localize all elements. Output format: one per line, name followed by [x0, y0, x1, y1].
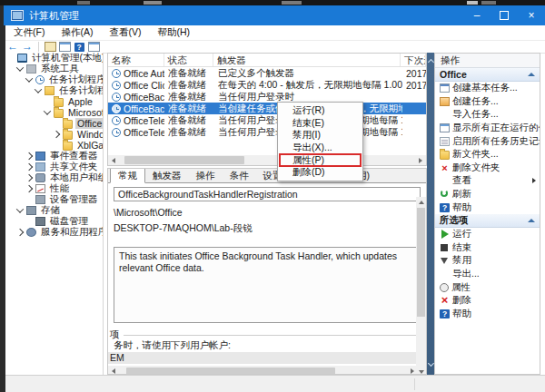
task-list-hscrollbar[interactable] [108, 155, 426, 165]
action-item-label: 启用所有任务历史记录 [452, 135, 540, 148]
account-value-row[interactable]: EM [108, 352, 421, 364]
action-item[interactable]: 导出... [435, 268, 540, 281]
context-menu-item[interactable]: 运行(R) [278, 104, 362, 117]
action-item-label: 禁用 [452, 254, 471, 267]
action-item[interactable]: 显示所有正在运行的任务 [435, 122, 540, 135]
hscroll-thumb[interactable] [124, 156, 244, 164]
tree-expander-icon[interactable] [25, 74, 33, 82]
action-item[interactable]: 创建基本任务... [435, 82, 540, 95]
tree-expander-icon[interactable] [16, 205, 24, 212]
action-item[interactable]: 禁用 [435, 254, 540, 268]
tree-item[interactable]: 任务计划程序库 [5, 85, 103, 96]
back-button[interactable]: ← [5, 41, 20, 53]
menubar-item[interactable]: 操作(A) [53, 26, 101, 39]
task-row[interactable]: OfficeTele...准备就绪当任何用户登录时 - 触发后，无限期地每隔 1… [108, 114, 426, 126]
context-menu-item[interactable]: 删除(D) [278, 166, 362, 179]
tree-expander-icon[interactable] [16, 229, 24, 236]
tree-item[interactable]: Office [5, 118, 103, 129]
action-item[interactable]: 启用所有任务历史记录 [435, 134, 540, 148]
tree-expander-icon[interactable] [44, 107, 51, 114]
scroll-left-icon [112, 368, 115, 374]
tree-item[interactable]: Microsoft [5, 107, 103, 118]
column-header[interactable]: 下次运... [401, 54, 426, 66]
maximize-button[interactable] [490, 5, 518, 25]
tree-expander-icon[interactable] [25, 185, 33, 192]
section-header-label: Office [440, 69, 467, 80]
column-header[interactable]: 状态 [164, 54, 214, 66]
task-row[interactable]: OfficeBack...准备就绪当任何用户登录时 [108, 91, 426, 103]
tree-expander-icon[interactable] [35, 85, 42, 93]
tab-inactive[interactable]: 触发器 [145, 169, 189, 182]
minimize-button[interactable]: – [463, 5, 490, 25]
tree-expander-icon[interactable] [16, 64, 24, 71]
column-header[interactable]: 名称 [108, 54, 164, 66]
help-button[interactable]: ? [72, 41, 86, 53]
context-menu-item[interactable]: 禁用(I) [278, 129, 362, 142]
task-row[interactable]: Office Auto...准备就绪已定义多个触发器2017/6... [108, 67, 426, 79]
tab-active[interactable]: 常规 [110, 168, 145, 183]
detail-hscrollbar[interactable] [108, 366, 418, 375]
action-item[interactable]: 刷新 [435, 188, 540, 201]
show-console-tree-button[interactable] [43, 41, 57, 53]
clock-icon [112, 69, 121, 78]
actions-section-header[interactable]: Office [435, 68, 540, 82]
context-menu-item[interactable]: 导出(X)... [278, 142, 362, 154]
vscroll-thumb[interactable] [417, 208, 425, 317]
pane-divider-scrollbar[interactable] [427, 53, 434, 375]
tree-item[interactable]: Windows [5, 129, 103, 140]
detail-vscrollbar[interactable] [416, 197, 426, 375]
column-header[interactable]: 触发器 [213, 54, 401, 66]
tree-expander-icon[interactable] [25, 163, 33, 171]
hscroll-thumb[interactable] [126, 368, 335, 376]
task-row[interactable]: Office Click...准备就绪在每天的 4:00 - 触发后，无限期地每… [108, 79, 426, 91]
action-item[interactable]: 创建任务... [435, 95, 540, 109]
task-row[interactable]: OfficeBack...准备就绪当创建任务或修改任务时 - 触发后，无限期地每… [108, 103, 426, 114]
collapse-caret-icon[interactable] [528, 219, 535, 222]
action-item[interactable]: 结束 [435, 241, 540, 255]
status-bar [5, 375, 545, 392]
task-name: OfficeBack... [124, 103, 164, 114]
storage-icon [26, 206, 36, 215]
properties-button[interactable] [57, 41, 72, 53]
action-item[interactable]: ?帮助 [435, 308, 540, 321]
tree-expander-icon[interactable] [25, 152, 33, 160]
collapse-caret-icon[interactable] [528, 73, 535, 76]
clock-icon [112, 93, 121, 102]
back-icon: ← [7, 41, 18, 53]
close-button[interactable]: × [518, 5, 545, 25]
disk-icon [35, 217, 45, 226]
task-description-box[interactable]: This task initiates Office Background Ta… [114, 247, 421, 323]
action-item[interactable]: 新文件夹... [435, 148, 540, 162]
context-menu-item[interactable]: 属性(P) [278, 154, 362, 167]
tree-item[interactable]: Apple [5, 96, 103, 107]
action-item[interactable]: 导入任务... [435, 108, 540, 122]
scroll-left-button[interactable] [108, 155, 119, 165]
scroll-right-button[interactable] [415, 155, 426, 165]
scroll-left-button[interactable] [108, 367, 119, 376]
tab-inactive[interactable]: 操作 [189, 169, 223, 182]
action-item[interactable]: ×删除文件夹 [435, 162, 540, 175]
forward-button[interactable]: → [20, 41, 35, 53]
show-action-pane-button[interactable] [86, 41, 101, 53]
context-menu-item[interactable]: 结束(E) [278, 117, 362, 130]
tree-expander-icon[interactable] [25, 174, 33, 181]
scroll-right-button[interactable] [407, 367, 418, 376]
task-row[interactable]: OfficeTele...准备就绪当任何用户登录时 - 触发后，无限期地每隔 1… [108, 126, 426, 138]
action-item[interactable]: 属性 [435, 280, 540, 294]
task-name: OfficeTele... [124, 115, 164, 126]
tab-inactive[interactable]: 条件 [223, 169, 256, 182]
action-item[interactable]: 查看 [435, 174, 540, 188]
task-name-field[interactable]: OfficeBackgroundTaskHandlerRegistration [114, 187, 421, 201]
menubar-item[interactable]: 文件(F) [5, 26, 53, 39]
action-item[interactable]: ×删除 [435, 294, 540, 308]
action-item[interactable]: 运行 [435, 228, 540, 241]
action-item-label: 创建基本任务... [452, 82, 518, 94]
actions-section-header[interactable]: 所选项 [435, 214, 540, 228]
tree-item[interactable]: 服务和应用程序 [5, 227, 103, 238]
menubar-item[interactable]: 帮助(H) [149, 26, 198, 39]
tree-expander-icon[interactable] [53, 131, 60, 138]
task-status-cell: 准备就绪 [164, 67, 214, 80]
action-item[interactable]: ?帮助 [435, 201, 540, 214]
menubar-item[interactable]: 查看(V) [101, 26, 149, 39]
scroll-up-button[interactable] [416, 197, 426, 207]
